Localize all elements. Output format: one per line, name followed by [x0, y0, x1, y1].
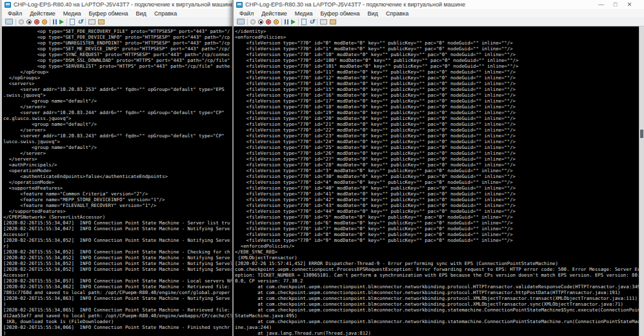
pause-icon — [53, 19, 57, 25]
shutdown-icon — [266, 19, 271, 25]
keyboard-icon — [237, 19, 245, 25]
hyperv-app-icon[interactable] — [5, 2, 11, 8]
resume-button[interactable] — [291, 18, 296, 26]
save-state-icon — [42, 19, 47, 25]
hyperv-app-icon[interactable] — [236, 2, 243, 8]
console-output: <op type="SET_FDE_RECOVERY_FILE" proto="… — [3, 28, 236, 336]
menu-action[interactable]: Действие — [26, 10, 59, 17]
monitor-icon — [88, 19, 96, 25]
menu-clipboard[interactable]: Буфер обмена — [85, 10, 132, 17]
shutdown-button[interactable] — [34, 18, 39, 26]
menu-help[interactable]: Справка — [150, 10, 181, 17]
share-icon — [330, 19, 336, 25]
pause-button[interactable] — [285, 18, 288, 26]
save-state-button[interactable] — [274, 18, 279, 26]
menu-action[interactable]: Действие — [257, 10, 291, 17]
start-icon — [19, 19, 24, 25]
title-bar: CHP-Log-EPS-R80.40 на LAPTOP-J5V43T7 - п… — [2, 0, 236, 9]
pause-button[interactable] — [53, 18, 57, 26]
shutdown-icon — [34, 19, 39, 25]
start-icon — [250, 19, 256, 25]
scrollbar[interactable] — [639, 26, 644, 336]
checkpoint-button[interactable] — [70, 18, 75, 26]
menu-file[interactable]: Файл — [236, 10, 257, 17]
toolbar: ↺ — [234, 17, 644, 26]
save-state-icon — [274, 19, 279, 25]
menu-file[interactable]: Файл — [4, 10, 26, 17]
turn-off-icon — [258, 19, 263, 25]
share-icon — [98, 19, 105, 25]
toolbar-separator — [50, 19, 50, 25]
monitor-icon — [320, 19, 327, 25]
turn-off-button[interactable] — [26, 18, 32, 26]
revert-icon: ↺ — [309, 19, 314, 25]
menu-view[interactable]: Вид — [364, 10, 382, 17]
minimize-button[interactable]: — — [597, 0, 605, 9]
vm-screen[interactable]: </identity> <enforcedPolicies> <fileVers… — [234, 26, 644, 336]
window-title: CHP-Log-EPS-R80.30 на LAPTOP-J5V43T7 - п… — [245, 1, 465, 8]
vm-window-r8030: CHP-Log-EPS-R80.30 на LAPTOP-J5V43T7 - п… — [232, 0, 644, 336]
revert-button[interactable]: ↺ — [309, 18, 314, 26]
play-icon — [291, 19, 296, 25]
menu-help[interactable]: Справка — [382, 10, 412, 17]
desktop: CHP-Log-EPS-R80.40 на LAPTOP-J5V43T7 - п… — [0, 0, 644, 336]
toolbar-separator — [85, 19, 86, 25]
ctrl-alt-del-button[interactable] — [5, 18, 13, 26]
revert-icon: ↺ — [77, 19, 83, 25]
toolbar-separator — [281, 19, 282, 25]
share-button[interactable] — [98, 18, 105, 26]
toolbar-separator — [298, 19, 299, 25]
checkpoint-icon — [301, 19, 307, 25]
pause-icon — [285, 19, 288, 25]
revert-button[interactable]: ↺ — [77, 18, 83, 26]
maximize-button[interactable]: □ — [611, 0, 619, 9]
save-state-button[interactable] — [42, 18, 47, 26]
enhanced-session-button[interactable] — [88, 18, 96, 26]
scrollbar-thumb[interactable] — [640, 130, 643, 138]
toolbar: ↺ — [2, 17, 236, 26]
toolbar-separator — [317, 19, 317, 25]
ctrl-alt-del-button[interactable] — [237, 18, 245, 26]
play-icon — [59, 19, 64, 25]
window-controls: — □ ✕ — [597, 0, 641, 9]
toolbar-separator — [247, 19, 248, 25]
menu-bar: Файл Действие Медиа Буфер обмена Вид Спр… — [234, 9, 644, 17]
checkpoint-icon — [70, 19, 75, 25]
window-title: CHP-Log-EPS-R80.40 на LAPTOP-J5V43T7 - п… — [14, 1, 234, 8]
start-button[interactable] — [19, 18, 24, 26]
menu-bar: Файл Действие Медиа Буфер обмена Вид Спр… — [2, 9, 236, 17]
enhanced-session-button[interactable] — [320, 18, 327, 26]
vm-screen[interactable]: <op type="SET_FDE_RECOVERY_FILE" proto="… — [2, 26, 236, 336]
menu-clipboard[interactable]: Буфер обмена — [316, 10, 363, 17]
shutdown-button[interactable] — [266, 18, 271, 26]
share-button[interactable] — [330, 18, 336, 26]
keyboard-icon — [5, 19, 13, 25]
turn-off-button[interactable] — [258, 18, 263, 26]
menu-view[interactable]: Вид — [132, 10, 150, 17]
resume-button[interactable] — [59, 18, 64, 26]
close-button[interactable]: ✕ — [625, 0, 634, 9]
menu-media[interactable]: Медиа — [59, 10, 85, 17]
turn-off-icon — [26, 19, 32, 25]
title-bar: CHP-Log-EPS-R80.30 на LAPTOP-J5V43T7 - п… — [234, 0, 644, 9]
toolbar-separator — [66, 19, 67, 25]
vm-window-r8040: CHP-Log-EPS-R80.40 на LAPTOP-J5V43T7 - п… — [0, 0, 236, 336]
menu-media[interactable]: Медиа — [291, 10, 317, 17]
start-button[interactable] — [250, 18, 256, 26]
console-output: </identity> <enforcedPolicies> <fileVers… — [235, 28, 644, 336]
checkpoint-button[interactable] — [301, 18, 307, 26]
toolbar-separator — [15, 19, 16, 25]
